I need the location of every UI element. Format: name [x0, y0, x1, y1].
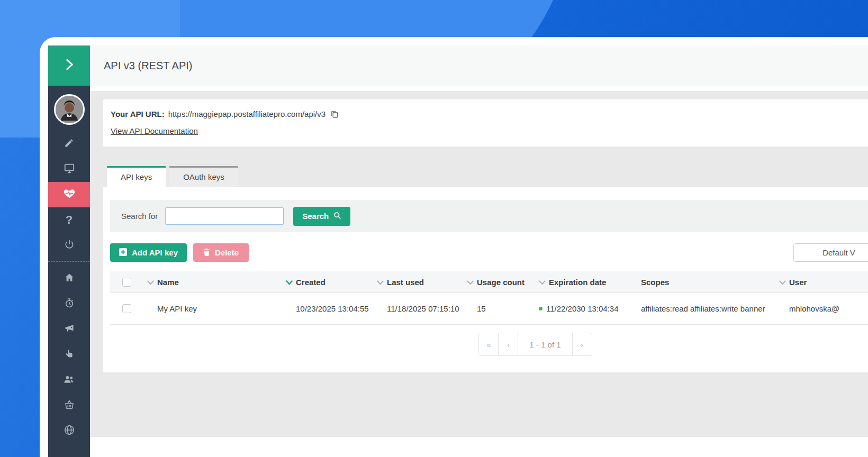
cell-name: My API key [143, 304, 282, 313]
column-header-scopes: Scopes [627, 278, 775, 287]
basket-icon [64, 399, 75, 412]
add-api-key-button[interactable]: Add API key [110, 243, 187, 262]
magnifier-icon [333, 212, 341, 221]
search-bar: Search for Search [110, 200, 868, 232]
column-label: Expiration date [549, 278, 606, 287]
api-url-card: Your API URL: https://maggiepap.postaffi… [103, 99, 868, 147]
row-checkbox-cell [110, 304, 143, 313]
sidebar-divider [48, 261, 90, 262]
api-keys-panel: Search for Search Add API key [103, 187, 868, 372]
sidebar-item-network[interactable] [48, 418, 90, 444]
globe-icon [64, 424, 75, 438]
sidebar-item-help[interactable]: ? [48, 207, 90, 233]
chevron-down-icon [467, 278, 474, 287]
table-row[interactable]: My API key 10/23/2025 13:04:55 11/18/202… [110, 293, 868, 325]
tab-oauth-keys[interactable]: OAuth keys [169, 166, 238, 187]
sidebar-item-affiliates[interactable] [48, 368, 90, 393]
column-header-name[interactable]: Name [143, 278, 282, 287]
cell-last-used: 11/18/2025 07:15:10 [373, 304, 463, 313]
chevron-right-icon [62, 58, 76, 74]
select-all-cell [110, 278, 143, 287]
column-label: User [789, 278, 807, 287]
stopwatch-icon [64, 298, 75, 310]
cell-scopes: affiliates:read affiliates:write banner [627, 304, 775, 313]
trash-icon [203, 248, 210, 258]
default-view-dropdown[interactable]: Default V [793, 243, 868, 262]
sidebar-item-promotion[interactable] [48, 317, 90, 342]
cell-user: mhlohovska@ [775, 304, 868, 313]
column-header-user[interactable]: User [775, 278, 868, 287]
column-label: Usage count [477, 278, 525, 287]
chevron-down-icon [147, 278, 154, 287]
chevron-down-icon [286, 278, 293, 287]
column-label: Name [157, 278, 179, 287]
pagination-prev-button[interactable]: ‹ [498, 333, 518, 356]
api-url-label: Your API URL: [111, 109, 165, 118]
pencil-icon [64, 138, 74, 150]
pagination-next-button[interactable]: › [572, 333, 592, 356]
chevron-down-icon [539, 278, 546, 287]
pagination: « ‹ 1 - 1 of 1 › [148, 333, 868, 356]
tabs-bar: API keys OAuth keys [107, 166, 868, 187]
column-label: Scopes [641, 278, 669, 287]
cell-expiration-date: 11/22/2030 13:04:34 [535, 304, 627, 313]
column-header-last-used[interactable]: Last used [373, 278, 463, 287]
sidebar-item-orders[interactable] [48, 393, 90, 418]
cell-created: 10/23/2025 13:04:55 [282, 304, 373, 313]
power-icon [64, 239, 75, 252]
monitor-icon [64, 162, 75, 176]
hand-pointer-icon [65, 349, 74, 361]
column-header-expiration-date[interactable]: Expiration date [535, 278, 627, 287]
search-button[interactable]: Search [293, 207, 350, 226]
cell-usage-count: 15 [463, 304, 535, 313]
api-keys-table: Name Created Last used Usage count [110, 271, 868, 325]
status-dot-icon [539, 307, 542, 310]
sidebar: ? [48, 45, 90, 457]
question-icon: ? [66, 213, 73, 227]
api-url-value: https://maggiepap.postaffiliatepro.com/a… [168, 109, 326, 118]
copy-icon[interactable] [330, 110, 339, 118]
sidebar-item-logout[interactable] [48, 233, 90, 258]
sidebar-item-edit[interactable] [48, 131, 90, 157]
main-area: Your API URL: https://maggiepap.postaffi… [90, 91, 868, 437]
chevron-down-icon [779, 278, 786, 287]
sidebar-item-health-active[interactable] [48, 182, 90, 207]
table-header-row: Name Created Last used Usage count [110, 271, 868, 293]
plus-square-icon [119, 248, 127, 258]
sidebar-toggle-button[interactable] [48, 45, 90, 86]
tab-api-keys[interactable]: API keys [107, 166, 166, 187]
page-header: API v3 (REST API) [90, 45, 868, 86]
pagination-status: 1 - 1 of 1 [518, 333, 572, 356]
add-api-key-label: Add API key [132, 248, 178, 257]
select-all-checkbox[interactable] [122, 278, 131, 287]
expiration-value: 11/22/2030 13:04:34 [546, 304, 619, 313]
search-input[interactable] [165, 207, 284, 225]
sidebar-item-clicks[interactable] [48, 342, 90, 368]
content-area: API v3 (REST API) Your API URL: https://… [90, 45, 868, 457]
page-title: API v3 (REST API) [104, 60, 192, 72]
user-avatar[interactable] [54, 94, 85, 125]
users-icon [64, 374, 75, 387]
sidebar-item-display[interactable] [48, 157, 90, 182]
column-header-usage-count[interactable]: Usage count [463, 278, 535, 287]
pagination-first-button[interactable]: « [478, 333, 499, 356]
heart-pulse-icon [64, 188, 75, 202]
home-icon [64, 272, 75, 285]
column-label: Last used [387, 278, 424, 287]
search-label: Search for [121, 212, 158, 221]
app-window: ? [40, 37, 868, 457]
delete-label: Delete [215, 248, 239, 257]
megaphone-icon [64, 323, 75, 336]
view-api-documentation-link[interactable]: View API Documentation [111, 126, 198, 135]
sidebar-item-reports[interactable] [48, 291, 90, 317]
column-label: Created [296, 278, 326, 287]
row-checkbox[interactable] [122, 304, 131, 313]
search-button-label: Search [302, 212, 329, 221]
delete-button[interactable]: Delete [193, 243, 249, 262]
chevron-down-icon [377, 278, 384, 287]
sidebar-item-home[interactable] [48, 266, 90, 291]
column-header-created[interactable]: Created [282, 278, 373, 287]
toolbar: Add API key Delete Default V [110, 243, 868, 262]
